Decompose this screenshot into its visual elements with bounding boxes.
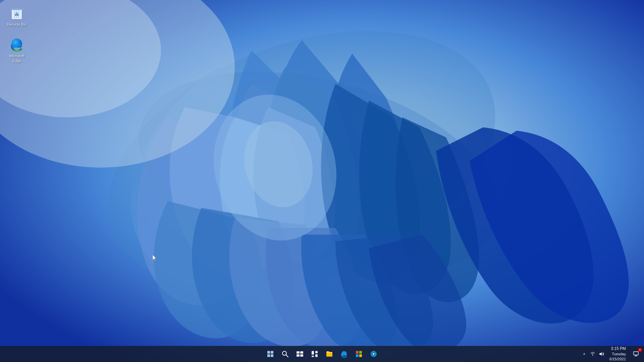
svg-rect-9 <box>15 7 19 9</box>
svg-rect-24 <box>315 351 318 353</box>
svg-rect-22 <box>300 354 303 357</box>
taskbar: ∧ 3:15 PM <box>0 346 644 362</box>
svg-rect-15 <box>267 354 270 357</box>
svg-line-18 <box>286 355 288 357</box>
tray-overflow-button[interactable]: ∧ <box>581 351 587 357</box>
recycle-bin-image <box>9 5 25 21</box>
svg-rect-13 <box>267 351 270 354</box>
taskbar-center <box>264 347 380 361</box>
svg-point-17 <box>282 351 286 355</box>
svg-rect-28 <box>359 351 362 354</box>
recycle-bin-label: Recycle Bin <box>7 22 26 27</box>
svg-point-34 <box>592 355 593 356</box>
svg-rect-30 <box>359 354 362 357</box>
volume-icon[interactable] <box>598 351 605 357</box>
desktop: Recycle Bin <box>0 0 644 362</box>
clock[interactable]: 3:15 PM Tuesday 6/15/2021 <box>607 346 629 362</box>
wallpaper <box>0 0 644 362</box>
svg-rect-16 <box>271 354 273 357</box>
search-button[interactable] <box>278 347 292 361</box>
notification-button[interactable]: 6 <box>631 349 641 359</box>
recycle-bin-icon[interactable]: Recycle Bin <box>3 3 30 28</box>
taskbar-right: ∧ 3:15 PM <box>581 346 641 362</box>
media-player-button[interactable] <box>367 347 380 361</box>
start-button[interactable] <box>264 347 277 361</box>
edge-taskbar-button[interactable] <box>337 347 351 361</box>
svg-rect-27 <box>356 351 359 354</box>
svg-rect-20 <box>300 351 303 354</box>
clock-day: Tuesday <box>612 352 626 357</box>
svg-rect-14 <box>271 351 273 354</box>
svg-rect-26 <box>315 354 318 357</box>
svg-rect-19 <box>297 351 300 354</box>
svg-rect-23 <box>312 351 314 355</box>
microsoft-edge-label: Microsoft Edge <box>5 54 29 63</box>
svg-rect-25 <box>312 356 314 357</box>
network-icon[interactable] <box>589 351 596 357</box>
clock-time: 3:15 PM <box>611 346 626 352</box>
task-view-button[interactable] <box>293 347 307 361</box>
store-button[interactable] <box>352 347 366 361</box>
clock-date: 6/15/2021 <box>609 357 626 362</box>
microsoft-edge-icon[interactable]: Microsoft Edge <box>3 35 30 65</box>
file-explorer-button[interactable] <box>323 347 336 361</box>
svg-rect-29 <box>356 354 359 357</box>
notification-badge: 6 <box>638 348 642 352</box>
widgets-button[interactable] <box>308 347 321 361</box>
svg-rect-35 <box>634 352 638 355</box>
svg-rect-21 <box>297 354 300 357</box>
desktop-icons: Recycle Bin <box>3 3 30 65</box>
edge-image <box>9 36 25 52</box>
